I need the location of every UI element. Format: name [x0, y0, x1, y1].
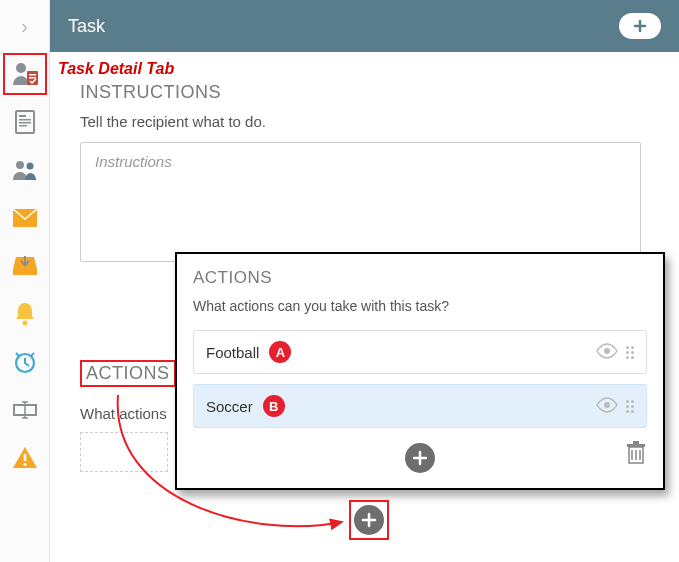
actions-section: ACTIONS What actions	[80, 360, 176, 472]
sidebar-item-document[interactable]	[4, 102, 46, 142]
sidebar-item-people[interactable]	[4, 150, 46, 190]
sidebar-item-inbox[interactable]	[4, 246, 46, 286]
warning-icon	[5, 438, 45, 478]
people-icon	[5, 150, 45, 190]
action-row-controls	[596, 343, 634, 362]
drag-handle-icon[interactable]	[626, 346, 634, 359]
svg-rect-8	[19, 125, 27, 127]
action-label: Soccer	[206, 398, 253, 415]
action-row-controls	[596, 397, 634, 416]
text-cursor-icon	[5, 390, 45, 430]
eye-icon[interactable]	[596, 397, 618, 416]
action-label: Football	[206, 344, 259, 361]
sidebar-item-warning[interactable]	[4, 438, 46, 478]
sidebar-item-bell[interactable]	[4, 294, 46, 334]
popup-footer	[193, 438, 647, 478]
actions-subtitle: What actions	[80, 405, 176, 422]
header-bar: Task	[50, 0, 679, 52]
actions-popup: ACTIONS What actions can you take with t…	[175, 252, 665, 490]
annotation-highlight-sidebar	[3, 53, 47, 95]
sidebar-item-mail[interactable]	[4, 198, 46, 238]
sidebar-collapse[interactable]: ›	[4, 6, 46, 46]
instructions-input[interactable]	[80, 142, 641, 262]
add-action-button-main[interactable]	[354, 505, 384, 535]
svg-point-17	[604, 348, 610, 354]
instructions-section: INSTRUCTIONS Tell the recipient what to …	[80, 82, 649, 266]
add-action-button[interactable]	[405, 443, 435, 473]
instructions-heading: INSTRUCTIONS	[80, 82, 649, 103]
page-title: Task	[68, 16, 105, 37]
svg-rect-15	[23, 454, 26, 461]
mail-icon	[5, 198, 45, 238]
popup-heading: ACTIONS	[193, 268, 647, 288]
svg-point-10	[26, 163, 33, 170]
sidebar-item-clock[interactable]	[4, 342, 46, 382]
actions-heading: ACTIONS	[80, 360, 176, 387]
eye-icon[interactable]	[596, 343, 618, 362]
delete-action-button[interactable]	[625, 440, 647, 472]
svg-point-12	[22, 321, 27, 326]
header-add-button[interactable]	[619, 13, 661, 39]
clock-icon	[5, 342, 45, 382]
annotation-badge-b: B	[263, 395, 285, 417]
drag-handle-icon[interactable]	[626, 400, 634, 413]
svg-rect-7	[19, 122, 31, 124]
svg-point-16	[23, 463, 26, 466]
actions-placeholder-box	[80, 432, 168, 472]
chevron-right-icon: ›	[21, 15, 28, 38]
svg-rect-6	[19, 119, 31, 121]
inbox-icon	[5, 246, 45, 286]
popup-subtitle: What actions can you take with this task…	[193, 298, 647, 314]
action-row[interactable]: Soccer B	[193, 384, 647, 428]
annotation-badge-a: A	[269, 341, 291, 363]
svg-rect-21	[633, 441, 639, 444]
svg-rect-20	[627, 444, 645, 447]
svg-point-9	[16, 161, 24, 169]
action-row[interactable]: Football A	[193, 330, 647, 374]
document-icon	[5, 102, 45, 142]
bell-icon	[5, 294, 45, 334]
instructions-subtitle: Tell the recipient what to do.	[80, 113, 649, 130]
sidebar-item-text-cursor[interactable]	[4, 390, 46, 430]
annotation-highlight-add	[349, 500, 389, 540]
svg-point-18	[604, 402, 610, 408]
svg-rect-5	[19, 115, 26, 117]
